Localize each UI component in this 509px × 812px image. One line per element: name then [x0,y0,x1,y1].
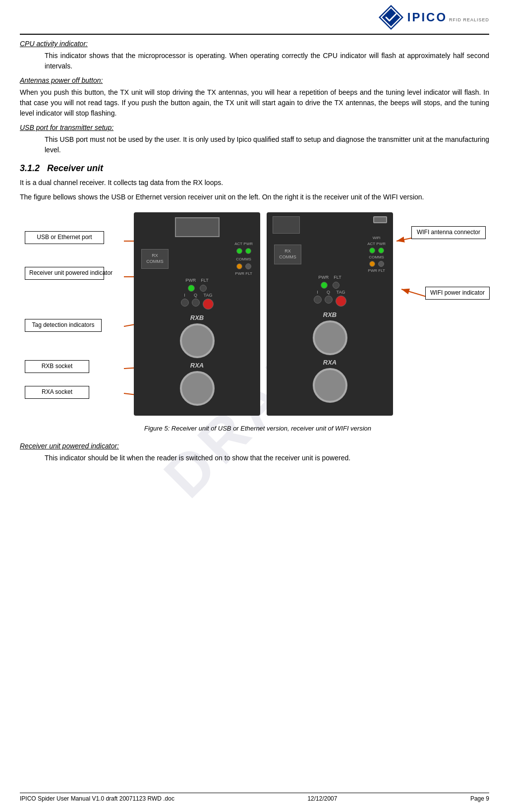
callout-rxb-socket: RXB socket [25,360,89,373]
subsection-name: Receiver unit [47,163,103,173]
callout-wifi-power: WIFI power indicator [425,287,490,300]
footer-center: 12/12/2007 [307,795,337,802]
desc2: The figure bellows shows the USB or Ethe… [20,192,489,202]
usb-port-text: This USB port must not be used by the us… [45,134,489,155]
cpu-activity-text: This indicator shows that the microproce… [45,51,489,71]
callout-usb-ethernet: USB or Ethernet port [25,231,104,244]
logo-text-block: IPICO RFID REALISED [407,10,489,24]
callout-rxa-socket: RXA socket [25,386,89,399]
page-footer: IPICO Spider User Manual V1.0 draft 2007… [20,793,489,802]
svg-line-11 [401,289,426,297]
rxb-label-right: RXB [323,311,337,318]
antennas-power-text: When you push this button, the TX unit w… [20,87,489,119]
rxa-label-left: RXA [190,362,204,369]
svg-marker-1 [382,8,400,27]
footer-left: IPICO Spider User Manual V1.0 draft 2007… [20,795,174,802]
subsection-title: 3.1.2 Receiver unit [20,163,489,174]
rxb-label-left: RXB [190,314,204,321]
logo-name: IPICO [407,10,447,24]
figure-caption: Figure 5: Receiver unit of USB or Ethern… [20,425,496,432]
logo-icon [379,5,403,30]
figure-area: USB or Ethernet port Receiver unit power… [20,212,496,432]
antennas-power-heading: Antennas power off button: [20,76,489,84]
callout-receiver-powered: Receiver unit powered indicator [25,267,104,280]
rxa-label-right: RXA [323,359,337,366]
usb-port-heading: USB port for transmitter setup: [20,124,489,131]
receiver-powered-text: This indicator should be lit when the re… [45,453,489,463]
desc1: It is a dual channel receiver. It collec… [20,178,489,188]
callout-tag-detection: Tag detection indicators [25,319,102,332]
diagram-container: USB or Ethernet port Receiver unit power… [20,212,496,421]
callout-wifi-antenna: WIFI antenna connector [411,226,486,239]
left-receiver-panel: RXCOMMS ACT PWR COMMS [134,212,260,416]
right-receiver-panel: RXCOMMS WiFi ACT PWR COMMS [267,212,393,416]
subsection-number: 3.1.2 [20,163,40,173]
receiver-powered-heading: Receiver unit powered indicator: [20,442,489,450]
logo-tagline: RFID REALISED [449,17,489,22]
logo: IPICO RFID REALISED [379,5,489,30]
cpu-activity-heading: CPU activity indicator: [20,40,489,48]
footer-right: Page 9 [470,795,489,802]
page-header: IPICO RFID REALISED [20,5,489,35]
